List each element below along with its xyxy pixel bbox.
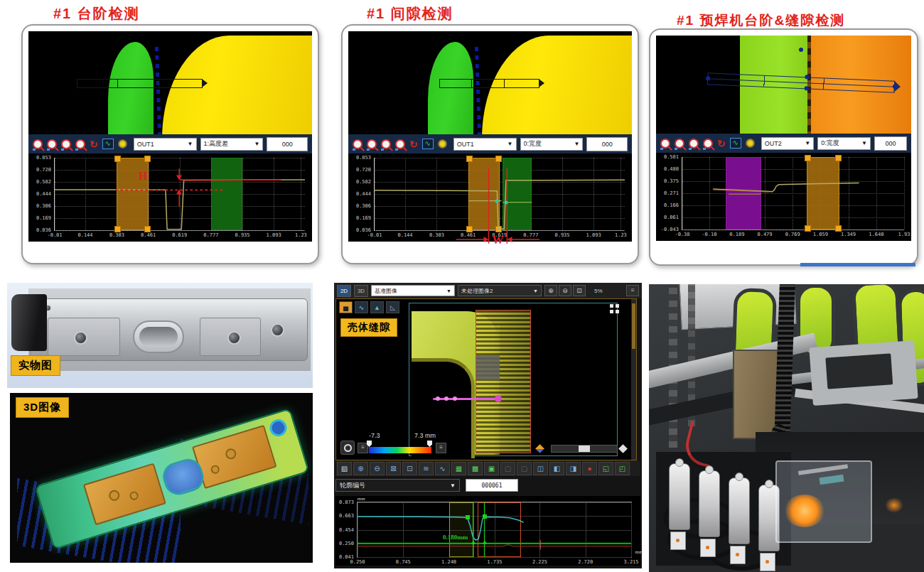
mode-select[interactable]: 0:宽度 [520,138,584,151]
scale-handle[interactable] [427,441,432,447]
profile-number-select[interactable]: 轮廓编号 [335,479,460,492]
divider-bar [800,263,915,266]
profile-chart-step: 0.8530.7200.5820.4440.3060.1690.036-0.01… [28,153,312,242]
measure-line-tool[interactable] [439,79,540,88]
zoom-out-icon[interactable]: ⊖ [559,285,571,296]
mask2-icon[interactable]: ▢ [517,462,532,475]
series-lines [375,158,625,230]
arrow-tip-icon [539,79,544,87]
profile-row-icon[interactable]: ≋ [419,462,434,475]
mode-select[interactable]: 0:宽度 [817,137,871,150]
value-box[interactable]: 000 [586,137,628,151]
tab-2d[interactable]: 2D [337,285,351,297]
zoom-fit-icon[interactable]: ⊡ [573,285,586,296]
measure-v-icon[interactable]: ◨ [566,462,581,475]
x-tick-label: 0.935 [554,232,569,238]
settings-icon[interactable] [438,139,447,149]
target-button[interactable] [340,441,355,455]
zoom-full-icon[interactable] [33,139,43,149]
colormap-icon[interactable]: ▅ [339,301,353,313]
rotate-icon[interactable]: ↻ [717,139,726,149]
measure-point[interactable] [805,75,809,79]
roi-rect-icon[interactable]: ▩ [468,462,483,475]
output-select[interactable]: OUT1 [134,138,197,151]
zoom-select-icon[interactable] [47,139,57,149]
color-scale-bar[interactable] [369,447,431,453]
measure-point[interactable] [893,85,897,89]
x-tick-label: 1.23 [295,232,307,238]
profile-icon[interactable]: ∿ [355,301,368,313]
vertical-scrollbar[interactable] [631,299,636,460]
measure-line-tool[interactable] [77,79,203,88]
shell-gap-label: 壳体缝隙 [340,318,397,337]
profile-chart-gap: 0.8530.7200.5820.4440.3060.1690.036-0.01… [348,153,632,242]
grid-icon[interactable]: ▦ [451,462,466,475]
roi-multi-icon[interactable]: ▣ [484,462,499,475]
zoom-window-icon[interactable]: ⊠ [386,462,401,475]
waveform-icon[interactable]: ∿ [422,139,434,149]
output-select[interactable]: OUT1 [453,138,517,151]
fullscreen-icon[interactable] [610,304,620,314]
rotate-icon[interactable]: ↻ [90,139,98,149]
scroll-thumb[interactable] [632,303,635,349]
waveform-icon[interactable]: ∿ [102,139,114,149]
y-tick-label: 0.444 [356,191,371,197]
marker-tri-up [176,190,182,195]
value-box[interactable]: 000 [874,136,907,151]
marker-diamond-icon[interactable] [618,444,628,453]
zoom-out-icon[interactable]: ⊖ [370,462,385,475]
zoom-in-icon[interactable] [381,139,391,149]
export-icon[interactable]: ◱ [598,462,613,475]
zoom-select-icon[interactable] [675,139,684,149]
zoom-full-icon[interactable] [353,139,362,149]
pad-hole [224,447,237,460]
y-tick-label: 0.169 [356,215,371,221]
compare-icon[interactable]: ◰ [615,462,630,475]
value-box[interactable]: 000 [267,137,308,151]
mode-select[interactable]: 1:高度差 [200,138,264,151]
y-tick-label: 0.720 [36,167,51,173]
zoom-in-icon[interactable]: ⊕ [353,462,368,475]
scale-options-icon[interactable]: ≡ [358,443,368,453]
roi-tool-icon[interactable]: ▧ [337,462,352,475]
rotate-icon[interactable]: ↻ [409,139,418,149]
measure-icon[interactable]: ◫ [533,462,548,475]
image-viewport[interactable]: ▅∿▲◺ 壳体缝隙 ≡ -7.3 7.3 mm ≡ [335,298,637,460]
output-select[interactable]: OUT2 [761,137,815,150]
zoom-in-icon[interactable]: ⊕ [544,285,557,296]
orange-pad [83,463,166,526]
marker-diamond-icon[interactable] [535,444,544,453]
horizontal-scrollbar[interactable] [551,445,618,453]
measure-h-icon[interactable]: ◧ [549,462,564,475]
tab-3d[interactable]: 3D [354,285,368,297]
toolbar-icons: ↻∿ [660,138,755,149]
measure-arrow[interactable] [433,398,498,400]
processed-image-select[interactable]: 未处理图像2 [458,285,542,296]
zoom-in-icon[interactable] [61,139,71,149]
profile-chart-preweld: 0.5810.4800.3750.2710.1660.061-0.043-0.3… [656,153,911,241]
terrain-icon[interactable]: ▲ [370,301,384,313]
settings-icon[interactable] [746,139,755,148]
waveform-icon[interactable]: ∿ [730,138,741,149]
panel-title-gap: #1 间隙检测 [367,4,453,23]
zoom-out-icon[interactable] [703,139,713,149]
profile-number-value[interactable]: 000061 [466,479,518,492]
record-icon[interactable]: ● [582,462,597,475]
mask-icon[interactable]: ▢ [500,462,515,475]
x-tick-label: 1.735 [487,559,502,565]
scroll-thumb[interactable] [579,446,590,452]
zoom-full-icon[interactable] [660,139,670,149]
angle-icon[interactable]: ◺ [386,301,399,313]
zoom-out-icon[interactable] [75,139,85,149]
zoom-in-icon[interactable] [689,139,699,149]
inspector-toolbar: ▧⊕⊖⊠⊡≋∿▦▩▣▢▢◫◧◨●◱◰ [335,460,640,476]
zoom-out-icon[interactable] [395,139,405,149]
scale-lock-icon[interactable]: ≡ [436,443,446,453]
tool-menu-icon[interactable]: ≡ [626,285,639,296]
zoom-select-icon[interactable] [367,139,377,149]
profile-col-icon[interactable]: ∿ [435,462,450,475]
pan-icon[interactable]: ⊡ [402,462,417,475]
measure-point[interactable] [706,76,710,80]
settings-icon[interactable] [118,139,127,149]
source-image-select[interactable]: 基准图像 [371,285,455,296]
